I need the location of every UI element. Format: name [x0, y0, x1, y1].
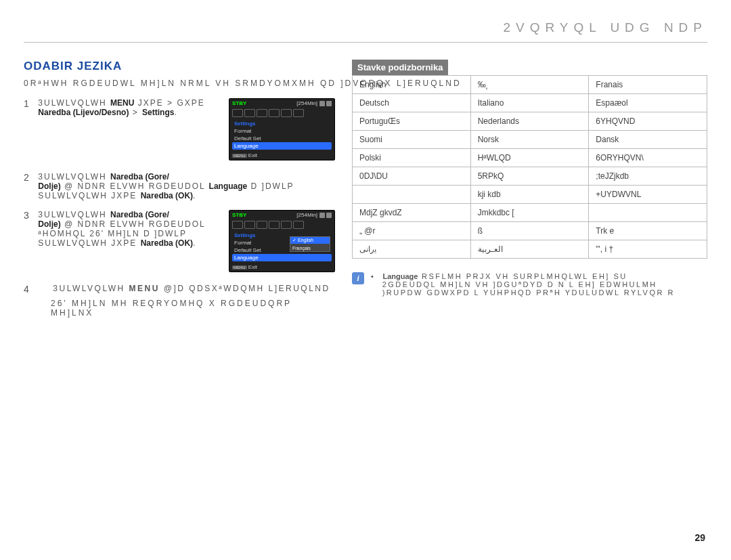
status-icons — [319, 101, 332, 106]
step-number: 4 — [24, 284, 36, 295]
language-cell: 6YHQVND — [589, 112, 707, 131]
step-list: 1 3ULWLVQLWH MENU JXPE > GXPE Naredba (L… — [24, 98, 335, 318]
osd-menu: Settings Format Default Set Language — [229, 119, 334, 151]
section-title: ODABIR JEZIKA — [24, 60, 335, 73]
status-icons — [319, 213, 332, 218]
language-cell: Deutsch — [353, 94, 471, 112]
language-cell: Franais — [589, 76, 707, 94]
language-cell: ;teJZjkdb — [589, 167, 707, 186]
rec-time: [254Min] — [296, 212, 317, 218]
language-cell: 6ORYHQVN\ — [589, 149, 707, 167]
language-cell: MdjZ gkvdZ — [353, 204, 471, 222]
table-row: ﻳﺭﺍﻧﯽﺍﻟﻌـﺮﺑﻴﺔ"', i † — [353, 240, 707, 259]
table-row: PortuguŒsNederlands6YHQVND — [353, 112, 707, 131]
language-cell: 5RPkQ — [470, 167, 589, 186]
language-cell: ß — [470, 222, 589, 240]
note-block: i • Language RSFLMH PRJX VH SURPLMHQLWL … — [352, 272, 707, 297]
step-text: 3ULWLVQLWH MENU @]D QDSXªWDQMH L]ERUQLND — [53, 284, 330, 293]
step-text-line2: 26' MH]LN MH REQRYOMHQ X RGDEUDQRP MH]LN… — [51, 299, 335, 318]
step-number: 1 — [24, 98, 36, 109]
intro-text: 0RªHWH RGDEUDWL MH]LN NRML VH SRMDYOMXMH… — [24, 79, 335, 88]
language-cell: "', i † — [589, 240, 707, 259]
table-row: English‰˛Franais — [353, 76, 707, 94]
step-4: 4 3ULWLVQLWH MENU @]D QDSXªWDQMH L]ERUQL… — [24, 284, 335, 318]
language-cell: Dansk — [589, 131, 707, 149]
table-row: MdjZ gkvdZJmkkdbc [ — [353, 204, 707, 222]
language-cell: Nederlands — [470, 112, 589, 131]
language-cell: Norsk — [470, 131, 589, 149]
submenu-heading: Stavke podizbornika — [352, 60, 448, 75]
language-cell: English — [353, 76, 471, 94]
submenu-item: Français — [290, 245, 330, 251]
exit-label: MENUExit — [232, 152, 257, 158]
table-row: „ @rßTrk e — [353, 222, 707, 240]
language-cell: kji kdb — [470, 186, 589, 204]
step-1: 1 3ULWLVQLWH MENU JXPE > GXPE Naredba (L… — [24, 98, 335, 163]
rec-time: [254Min] — [296, 100, 317, 106]
menu-item-selected: Language — [232, 254, 332, 261]
language-cell — [589, 204, 707, 222]
table-row: kji kdb+UYDWVNL — [353, 186, 707, 204]
language-cell: Suomi — [353, 131, 471, 149]
language-cell: Italiano — [470, 94, 589, 112]
language-table: English‰˛FranaisDeutschItalianoEspaæolPo… — [352, 75, 707, 259]
language-cell: ﺍﻟﻌـﺮﺑﻴﺔ — [470, 240, 589, 259]
language-cell: PortuguŒs — [353, 112, 471, 131]
menu-item-selected: Language — [232, 142, 332, 150]
step-text: 3ULWLVQLWH Naredba (Gore/Dolje) @ NDNR E… — [38, 172, 329, 200]
language-submenu: English Français — [290, 236, 330, 252]
menu-item: Default Set — [232, 135, 332, 142]
info-icon: i — [352, 272, 364, 284]
step-text: 3ULWLVQLWH MENU JXPE > GXPE Naredba (Lij… — [38, 98, 214, 117]
language-cell: Espaæol — [589, 94, 707, 112]
table-row: DeutschItalianoEspaæol — [353, 94, 707, 112]
language-cell: 0DJ\DU — [353, 167, 471, 186]
language-cell: Polski — [353, 149, 471, 167]
step-2: 2 3ULWLVQLWH Naredba (Gore/Dolje) @ NDNR… — [24, 172, 335, 200]
step-number: 3 — [24, 210, 36, 221]
language-cell — [353, 186, 471, 204]
menu-header: Settings — [232, 120, 332, 127]
rec-status: STBY — [232, 100, 246, 106]
lcd-screenshot-1: STBY [254Min] Settings Format Default Se… — [229, 98, 335, 160]
language-cell: Trk e — [589, 222, 707, 240]
mode-icons — [229, 219, 334, 230]
note-text: • Language RSFLMH PRJX VH SURPLMHQLWL EH… — [371, 272, 675, 297]
language-cell: „ @r — [353, 222, 471, 240]
step-3: 3 3ULWLVQLWH Naredba (Gore/Dolje) @ NDNR… — [24, 210, 335, 274]
chapter-header: 2VQRYQL UDG NDP — [24, 20, 707, 43]
mode-icons — [229, 108, 334, 119]
table-row: SuomiNorskDansk — [353, 131, 707, 149]
lcd-screenshot-2: STBY [254Min] Settings Format Default Se… — [229, 210, 335, 272]
language-cell: ‰˛ — [470, 76, 589, 94]
step-number: 2 — [24, 172, 36, 183]
table-row: PolskiHªWLQD6ORYHQVN\ — [353, 149, 707, 167]
language-cell: Jmkkdbc [ — [470, 204, 589, 222]
language-cell: +UYDWVNL — [589, 186, 707, 204]
table-row: 0DJ\DU5RPkQ;teJZjkdb — [353, 167, 707, 186]
menu-item: Format — [232, 127, 332, 135]
rec-status: STBY — [232, 212, 246, 218]
step-text: 3ULWLVQLWH Naredba (Gore/Dolje) @ NDNR E… — [38, 210, 214, 248]
exit-label: MENUExit — [232, 264, 257, 270]
language-cell: ﻳﺭﺍﻧﯽ — [353, 240, 471, 259]
language-cell: HªWLQD — [470, 149, 589, 167]
submenu-item-selected: English — [290, 237, 330, 244]
